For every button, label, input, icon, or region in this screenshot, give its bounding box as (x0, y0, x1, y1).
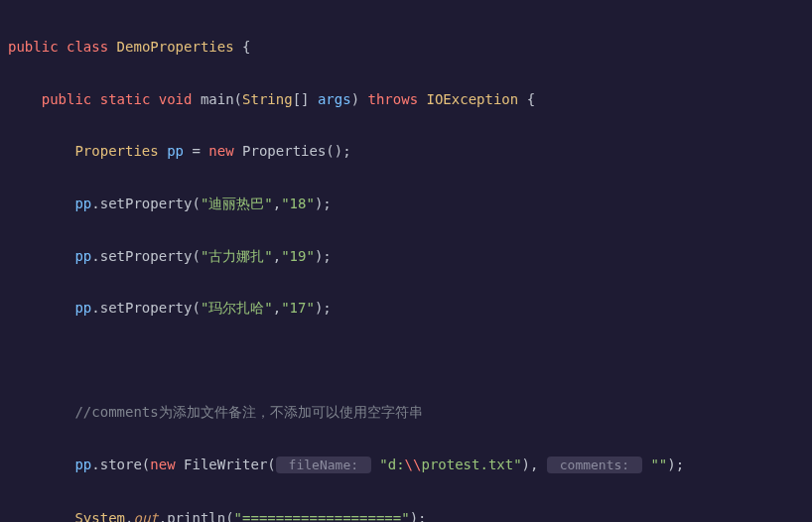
string-literal: "迪丽热巴" (201, 196, 273, 211)
code-line: pp.setProperty("玛尔扎哈","17"); (0, 295, 812, 321)
string-literal: "" (650, 457, 667, 472)
string-literal: "17" (281, 300, 315, 316)
string-literal: "古力娜扎" (201, 248, 273, 264)
code-line: Properties pp = new Properties(); (0, 138, 812, 164)
param-args: args (318, 91, 351, 107)
paren: ) (351, 91, 368, 107)
var-pp: pp (74, 300, 91, 316)
keyword-throws: throws (368, 91, 419, 107)
field-out: out (133, 510, 158, 522)
comment: //comments为添加文件备注，不添加可以使用空字符串 (74, 404, 422, 420)
type-ioexception: IOException (427, 91, 519, 107)
code-line: pp.setProperty("迪丽热巴","18"); (0, 191, 812, 216)
brackets: [] (293, 91, 318, 107)
var-pp: pp (74, 196, 91, 211)
brace: { (518, 91, 535, 107)
type-properties: Properties (74, 143, 158, 159)
keyword-public: public (42, 91, 92, 107)
var-pp: pp (167, 143, 184, 159)
code-line (0, 347, 812, 373)
keyword-class: class (67, 39, 108, 55)
keyword-new: new (150, 457, 175, 472)
code-line: pp.store(new FileWriter( fileName: "d:\\… (0, 452, 812, 478)
class-name: DemoProperties (117, 39, 234, 55)
string-literal: "===================" (234, 510, 410, 522)
string-literal: "18" (281, 196, 315, 211)
code-line: public static void main(String[] args) t… (0, 86, 812, 112)
escape-seq: \\ (405, 457, 422, 472)
brace: { (234, 39, 251, 55)
param-hint-filename: fileName: (276, 457, 371, 473)
var-pp: pp (74, 457, 91, 472)
keyword-new: new (208, 143, 233, 159)
code-editor[interactable]: public class DemoProperties { public sta… (0, 8, 812, 522)
class-system: System (74, 510, 125, 522)
keyword-static: static (100, 91, 151, 107)
code-line: //comments为添加文件备注，不添加可以使用空字符串 (0, 399, 812, 425)
string-literal: "玛尔扎哈" (201, 300, 273, 316)
code-line: public class DemoProperties { (0, 34, 812, 60)
code-line: System.out.println("==================="… (0, 505, 812, 522)
keyword-public: public (8, 39, 59, 55)
string-literal: "d: (379, 457, 404, 472)
string-literal: "19" (281, 248, 315, 264)
keyword-void: void (159, 91, 193, 107)
type-string: String (242, 91, 293, 107)
code-line: pp.setProperty("古力娜扎","19"); (0, 243, 812, 269)
method-name: main( (192, 91, 242, 107)
param-hint-comments: comments: (547, 457, 642, 473)
var-pp: pp (74, 248, 91, 264)
